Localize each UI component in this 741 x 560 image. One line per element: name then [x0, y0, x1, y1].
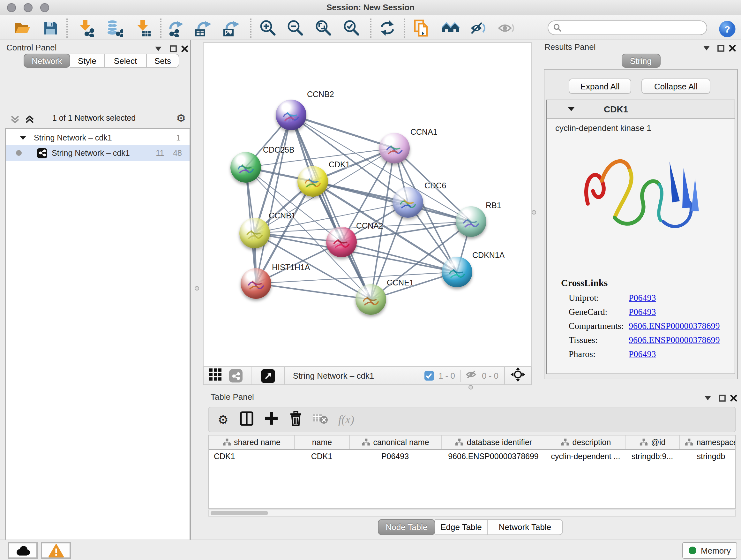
node-label-ccna2: CCNA2 — [356, 222, 383, 231]
refresh-icon[interactable] — [379, 19, 396, 37]
copy-icon[interactable] — [414, 19, 431, 37]
save-session-icon[interactable] — [42, 19, 59, 37]
export-image-icon[interactable] — [223, 19, 241, 37]
results-panel-close-icon[interactable] — [728, 44, 737, 52]
horizontal-splitter-handle[interactable] — [468, 385, 473, 389]
tab-sets[interactable]: Sets — [147, 54, 179, 68]
collapse-all-networks-icon[interactable] — [10, 115, 20, 126]
table-options-gear-icon[interactable]: ⚙ — [218, 412, 228, 427]
crosslink-link[interactable]: 9606.ENSP00000378699 — [629, 335, 720, 346]
network-node-ccna2[interactable] — [326, 227, 357, 257]
results-panel-float-menu-icon[interactable] — [702, 44, 711, 52]
tab-style[interactable]: Style — [70, 54, 105, 68]
gene-description: cyclin-dependent kinase 1 — [555, 123, 651, 133]
crosslink-label: Tissues: — [569, 335, 629, 346]
tab-network[interactable]: Network — [23, 54, 70, 68]
hide-details-icon[interactable] — [470, 19, 488, 37]
grid-view-icon[interactable] — [209, 368, 222, 383]
table-panel-close-icon[interactable] — [729, 393, 738, 402]
network-node-hist1h1a[interactable] — [241, 268, 271, 299]
column-header-sharedname[interactable]: shared name — [209, 435, 294, 449]
import-table-icon[interactable] — [134, 19, 152, 37]
memory-button[interactable]: Memory — [682, 542, 737, 559]
first-neighbors-icon[interactable] — [442, 19, 460, 37]
zoom-selected-icon[interactable] — [343, 19, 360, 37]
network-collection-row[interactable]: String Network – cdk1 1 — [6, 131, 190, 145]
export-network-icon[interactable] — [168, 19, 186, 37]
show-columns-icon[interactable] — [240, 411, 253, 428]
export-table-icon[interactable] — [195, 19, 212, 37]
network-options-gear-icon[interactable]: ⚙ — [176, 112, 186, 125]
edge-cdk1-rb1[interactable] — [313, 181, 471, 222]
open-session-icon[interactable] — [13, 19, 31, 37]
left-splitter-handle[interactable] — [195, 286, 199, 291]
network-node-cdc25b[interactable] — [230, 152, 261, 183]
table-row[interactable]: CDK1CDK1P064939606.ENSP00000378699cyclin… — [209, 449, 735, 463]
tab-select[interactable]: Select — [105, 54, 147, 68]
network-node-cdc6[interactable] — [393, 187, 423, 218]
right-splitter-handle[interactable] — [532, 210, 536, 214]
network-node-ccnb2[interactable] — [276, 100, 307, 130]
expand-all-networks-icon[interactable] — [25, 115, 35, 126]
network-node-ccna1[interactable] — [379, 133, 410, 164]
table-body: CDK1CDK1P064939606.ENSP00000378699cyclin… — [209, 449, 735, 463]
column-header-name[interactable]: name — [294, 435, 349, 449]
birdseye-nav-icon[interactable] — [511, 367, 525, 384]
delete-column-icon[interactable] — [289, 411, 302, 428]
cdk1-caret-icon[interactable] — [568, 107, 575, 111]
zoom-out-icon[interactable] — [286, 19, 305, 37]
column-header-id[interactable]: @id — [625, 435, 679, 449]
detach-view-icon[interactable] — [261, 369, 275, 383]
table-panel-float-icon[interactable] — [718, 393, 726, 402]
column-header-namespace[interactable]: namespace — [679, 435, 736, 449]
control-panel-close-icon[interactable] — [180, 44, 189, 53]
table-panel-float-menu-icon[interactable] — [703, 393, 712, 402]
cloud-status-button[interactable] — [8, 542, 38, 559]
network-selection-status: 1 of 1 Network selected — [52, 114, 136, 123]
import-database-icon[interactable] — [105, 19, 123, 37]
column-header-databaseidentifier[interactable]: database identifier — [441, 435, 546, 449]
zoom-in-icon[interactable] — [259, 19, 277, 37]
show-details-icon[interactable] — [497, 19, 515, 37]
tab-network-table[interactable]: Network Table — [488, 519, 563, 535]
collection-caret-icon[interactable] — [20, 136, 26, 140]
node-table[interactable]: shared namenamecanonical namedatabase id… — [208, 435, 736, 509]
selected-checkbox-icon[interactable] — [424, 371, 434, 381]
tab-string[interactable]: String — [622, 54, 661, 68]
collapse-all-button[interactable]: Collapse All — [642, 78, 711, 94]
network-node-cdk1[interactable] — [297, 166, 328, 197]
expand-all-button[interactable]: Expand All — [569, 78, 631, 94]
edge-ccnb2-hist1h1a[interactable] — [256, 115, 291, 284]
network-view-share-icon[interactable] — [229, 369, 243, 382]
table-horizontal-scrollbar[interactable] — [208, 509, 736, 516]
network-row[interactable]: String Network – cdk1 11 48 — [6, 145, 190, 161]
column-header-description[interactable]: description — [546, 435, 625, 449]
network-view-canvas[interactable]: CCNB2CCNA1CDC25BCDK1CDC6RB1CCNB1CCNA2CDK… — [203, 42, 532, 367]
crosslink-link[interactable]: 9606.ENSP00000378699 — [629, 321, 720, 331]
results-panel-float-icon[interactable] — [716, 44, 725, 52]
node-label-ccnb2: CCNB2 — [307, 90, 334, 99]
tab-node-table[interactable]: Node Table — [378, 519, 435, 535]
scrollbar-thumb[interactable] — [211, 511, 268, 515]
tab-edge-table[interactable]: Edge Table — [435, 519, 488, 535]
network-node-ccnb1[interactable] — [239, 218, 270, 248]
edge-hist1h1a-ccne1[interactable] — [256, 284, 371, 300]
import-network-icon[interactable] — [77, 19, 95, 37]
help-icon[interactable]: ? — [718, 20, 736, 38]
cdk1-section-header[interactable]: CDK1 — [547, 100, 735, 119]
crosslink-link[interactable]: P06493 — [629, 349, 656, 360]
network-node-rb1[interactable] — [456, 206, 486, 237]
warning-status-button[interactable] — [41, 542, 71, 559]
node-label-cdkn1a: CDKN1A — [472, 251, 504, 260]
network-node-cdkn1a[interactable] — [442, 257, 472, 287]
crosslink-link[interactable]: P06493 — [629, 307, 656, 317]
zoom-fit-icon[interactable] — [315, 19, 333, 37]
status-bar: Memory — [0, 540, 741, 560]
network-node-ccne1[interactable] — [355, 284, 386, 315]
crosslink-link[interactable]: P06493 — [629, 293, 656, 303]
column-header-canonicalname[interactable]: canonical name — [349, 435, 441, 449]
add-column-icon[interactable] — [265, 412, 278, 427]
control-panel-float-menu-icon[interactable] — [154, 44, 163, 53]
search-input[interactable] — [548, 20, 707, 35]
control-panel-float-icon[interactable] — [169, 44, 178, 53]
